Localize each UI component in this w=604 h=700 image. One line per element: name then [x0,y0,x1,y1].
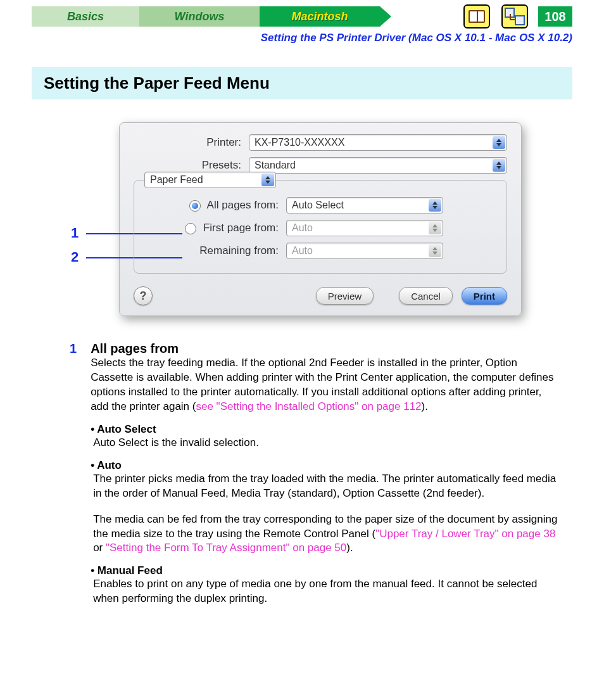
remaining-select: Auto [286,243,443,259]
radio-all-pages[interactable] [189,200,201,212]
page-title: Setting the Paper Feed Menu [32,67,572,99]
updown-arrows-icon [493,136,505,149]
firstpage-label: First page from: [203,222,279,234]
pane-group: Paper Feed All pages from: Auto Select [134,180,507,274]
printer-select[interactable]: KX-P7310-XXXXXX [249,134,507,151]
remaining-value: Auto [292,245,313,257]
presets-select[interactable]: Standard [249,157,507,174]
updown-arrows-icon [429,222,441,234]
item-number: 1 [70,341,77,606]
printer-label: Printer: [134,136,249,149]
item-title: All pages from [91,341,560,356]
pane-value: Paper Feed [150,174,203,186]
allpages-value: Auto Select [292,200,344,211]
network-icon[interactable] [501,4,528,29]
callout-2: 2 [71,249,79,265]
tab-windows[interactable]: Windows [139,6,260,27]
printer-value: KX-P7310-XXXXXX [255,137,344,148]
page-number: 108 [538,6,572,27]
print-dialog: Printer: KX-P7310-XXXXXX Presets: Standa… [119,122,522,316]
item-paragraph: Selects the tray feeding media. If the o… [91,356,560,414]
updown-arrows-icon [493,159,505,172]
bullet-auto-select: • Auto Select [91,423,560,436]
updown-arrows-icon [429,199,441,212]
callout-1: 1 [71,225,79,241]
bullet-text: Enables to print on any type of media on… [93,577,560,606]
allpages-label: All pages from: [207,199,279,211]
print-button[interactable]: Print [462,287,507,305]
bullet-auto: • Auto [91,459,560,472]
updown-arrows-icon [261,174,274,186]
firstpage-row: First page from: [146,222,286,234]
bullet-text: The printer picks media from the tray lo… [93,472,560,501]
presets-value: Standard [255,160,296,171]
allpages-row: All pages from: [146,199,286,212]
preview-button[interactable]: Preview [316,287,374,305]
description-content: 1 All pages from Selects the tray feedin… [70,341,560,606]
header-tabs: Basics Windows Macintosh 108 [32,6,572,27]
tab-macintosh[interactable]: Macintosh [260,6,380,27]
pane-select[interactable]: Paper Feed [144,172,276,188]
remaining-label: Remaining from: [146,245,286,257]
cross-ref-link[interactable]: see "Setting the Installed Options" on p… [196,400,421,412]
help-button[interactable]: ? [134,286,153,305]
cross-ref-link[interactable]: "Upper Tray / Lower Tray" on page 38 [375,528,555,540]
presets-label: Presets: [134,159,249,172]
book-icon[interactable] [463,4,490,29]
bullet-manual-feed: • Manual Feed [91,564,560,577]
bullet-text: The media can be fed from the tray corre… [93,512,560,556]
bullet-text: Auto Select is the invalid selection. [93,436,560,450]
updown-arrows-icon [429,245,441,257]
tab-basics[interactable]: Basics [32,6,139,27]
radio-first-page[interactable] [185,223,196,234]
section-link[interactable]: Setting the PS Printer Driver (Mac OS X … [32,32,572,44]
cancel-button[interactable]: Cancel [399,287,453,305]
firstpage-value: Auto [292,222,313,234]
cross-ref-link[interactable]: "Setting the Form To Tray Assignment" on… [106,542,346,554]
firstpage-select: Auto [286,220,443,236]
allpages-select[interactable]: Auto Select [286,197,443,213]
